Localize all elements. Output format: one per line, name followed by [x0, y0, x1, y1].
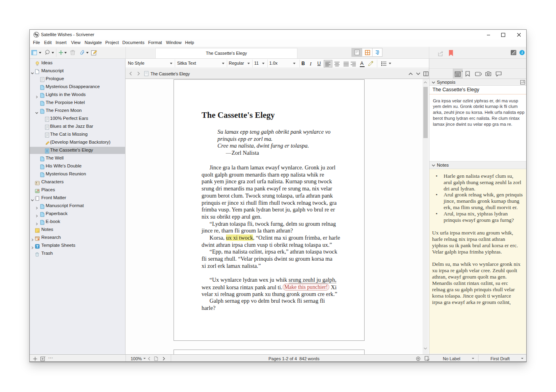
svg-text:T: T [36, 244, 39, 248]
svg-text:i: i [521, 51, 523, 55]
